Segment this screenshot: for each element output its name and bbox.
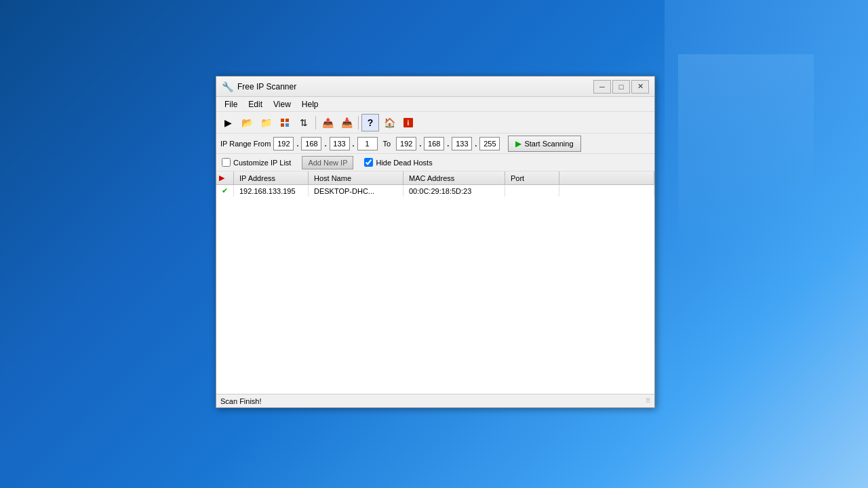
ip-from-oct3[interactable]	[330, 137, 350, 150]
window-controls: ─ □ ✕	[593, 80, 649, 94]
toolbar: ▶ 📂 📁 ⇅ 📤 📥 ? 🏠 i	[216, 112, 654, 134]
row-ip: 192.168.133.195	[234, 185, 309, 197]
minimize-button[interactable]: ─	[593, 80, 611, 94]
customize-ip-list-label[interactable]: Customize IP List	[222, 158, 291, 167]
customize-ip-list-checkbox[interactable]	[222, 158, 231, 167]
results-table: ▶ IP Address Host Name MAC Address Port	[216, 171, 654, 197]
toolbar-separator-1	[315, 116, 316, 129]
ip-dot-1: .	[296, 140, 298, 148]
toolbar-open-button[interactable]: 📂	[238, 114, 256, 131]
status-bar: Scan Finish! ⠿	[216, 394, 654, 407]
menu-edit[interactable]: Edit	[243, 98, 268, 110]
options-bar: Customize IP List Add New IP Hide Dead H…	[216, 154, 654, 171]
sort-icon: ▶	[219, 174, 224, 182]
row-port	[505, 185, 559, 197]
ip-from-oct1[interactable]	[273, 137, 294, 150]
window-title: Free IP Scanner	[237, 82, 593, 92]
ip-dot-2: .	[324, 140, 326, 148]
col-ip-label: IP Address	[239, 174, 275, 182]
customize-ip-label-text: Customize IP List	[233, 159, 291, 167]
toolbar-save-button[interactable]: 📁	[257, 114, 275, 131]
to-label: To	[383, 140, 391, 148]
toolbar-about-button[interactable]: i	[399, 114, 417, 131]
ip-to-oct4[interactable]	[479, 137, 500, 150]
ip-dot-6: .	[475, 140, 477, 148]
checkmark-icon: ✔	[222, 186, 228, 195]
ip-dot-3: .	[353, 140, 355, 148]
ip-from-oct2[interactable]	[301, 137, 321, 150]
toolbar-columns-button[interactable]: ⇅	[295, 114, 313, 131]
results-table-container[interactable]: ▶ IP Address Host Name MAC Address Port	[216, 171, 654, 394]
row-extra	[559, 185, 654, 197]
col-host-label: Host Name	[314, 174, 351, 182]
ip-to-oct3[interactable]	[452, 137, 472, 150]
start-scan-button[interactable]: ▶ Start Scanning	[508, 136, 580, 152]
ip-from-oct4[interactable]	[357, 137, 378, 150]
ip-to-oct1[interactable]	[396, 137, 416, 150]
table-row[interactable]: ✔ 192.168.133.195 DESKTOP-DHC... 00:0C:2…	[216, 185, 654, 197]
ip-range-bar: IP Range From . . . To . . . ▶ Start Sca…	[216, 134, 654, 154]
svg-rect-3	[285, 123, 289, 127]
col-header-port[interactable]: Port	[505, 171, 559, 185]
start-scan-label: Start Scanning	[524, 140, 573, 148]
status-text: Scan Finish!	[220, 397, 646, 405]
svg-rect-2	[281, 123, 284, 127]
toolbar-import-button[interactable]: 📤	[319, 114, 336, 131]
app-window: 🔧 Free IP Scanner ─ □ ✕ File Edit View H…	[216, 76, 655, 408]
resize-grip[interactable]: ⠿	[646, 397, 650, 405]
ip-range-from-label: IP Range From	[220, 140, 271, 148]
menu-help[interactable]: Help	[296, 98, 324, 110]
menu-bar: File Edit View Help	[216, 97, 654, 112]
title-bar: 🔧 Free IP Scanner ─ □ ✕	[216, 77, 654, 97]
hide-dead-hosts-label-text: Hide Dead Hosts	[376, 159, 432, 167]
play-icon: ▶	[515, 139, 521, 148]
app-icon: 🔧	[222, 81, 233, 92]
toolbar-play-button[interactable]: ▶	[219, 114, 237, 131]
row-mac: 00:0C:29:18:5D:23	[403, 185, 505, 197]
menu-file[interactable]: File	[219, 98, 243, 110]
col-header-host[interactable]: Host Name	[309, 171, 403, 185]
col-header-extra	[559, 171, 654, 185]
toolbar-help-button[interactable]: ?	[361, 114, 379, 131]
hide-dead-hosts-label[interactable]: Hide Dead Hosts	[364, 158, 432, 167]
svg-text:i: i	[408, 119, 410, 127]
table-header-row: ▶ IP Address Host Name MAC Address Port	[216, 171, 654, 185]
col-port-label: Port	[511, 174, 524, 182]
row-host: DESKTOP-DHC...	[309, 185, 403, 197]
hide-dead-hosts-checkbox[interactable]	[364, 158, 373, 167]
row-status-icon: ✔	[216, 185, 234, 197]
add-new-ip-button[interactable]: Add New IP	[302, 156, 353, 169]
ip-dot-4: .	[419, 140, 421, 148]
toolbar-export-button[interactable]: 📥	[338, 114, 355, 131]
col-header-mac[interactable]: MAC Address	[403, 171, 505, 185]
maximize-button[interactable]: □	[612, 80, 630, 94]
toolbar-separator-2	[358, 116, 359, 129]
close-button[interactable]: ✕	[631, 80, 649, 94]
toolbar-home-button[interactable]: 🏠	[380, 114, 398, 131]
toolbar-options-button[interactable]	[276, 114, 294, 131]
svg-rect-0	[281, 119, 284, 122]
col-mac-label: MAC Address	[409, 174, 454, 182]
ip-dot-5: .	[447, 140, 449, 148]
table-body: ✔ 192.168.133.195 DESKTOP-DHC... 00:0C:2…	[216, 185, 654, 197]
col-header-status[interactable]: ▶	[216, 171, 234, 185]
ip-to-oct2[interactable]	[424, 137, 444, 150]
svg-rect-1	[285, 119, 289, 122]
menu-view[interactable]: View	[268, 98, 296, 110]
col-header-ip[interactable]: IP Address	[234, 171, 309, 185]
